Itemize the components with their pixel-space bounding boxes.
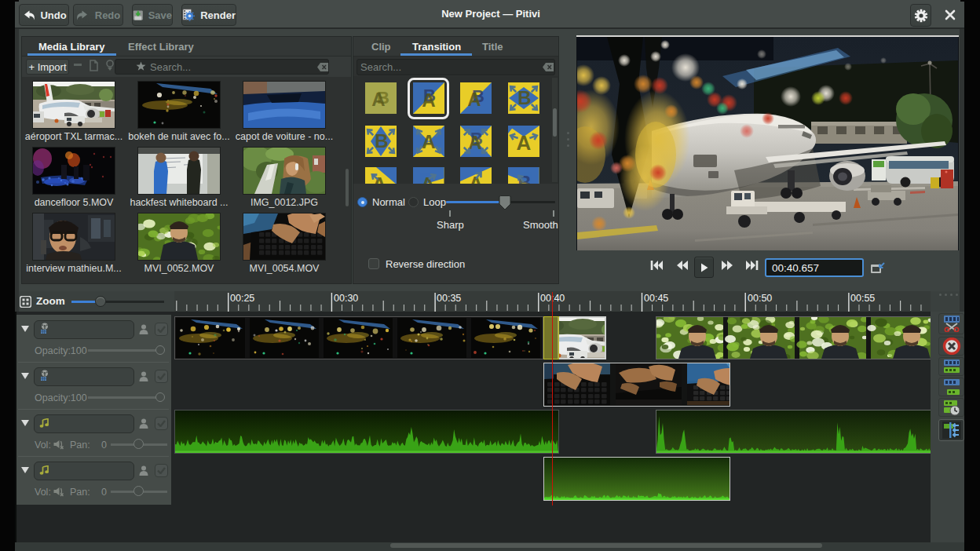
svg-text:A: A — [516, 131, 531, 155]
svg-text:A: A — [422, 131, 435, 152]
svg-text:A: A — [468, 132, 481, 153]
svg-text:B: B — [517, 87, 531, 108]
svg-text:B: B — [375, 130, 388, 151]
svg-text:A: A — [371, 89, 385, 110]
svg-text:A: A — [467, 89, 481, 110]
